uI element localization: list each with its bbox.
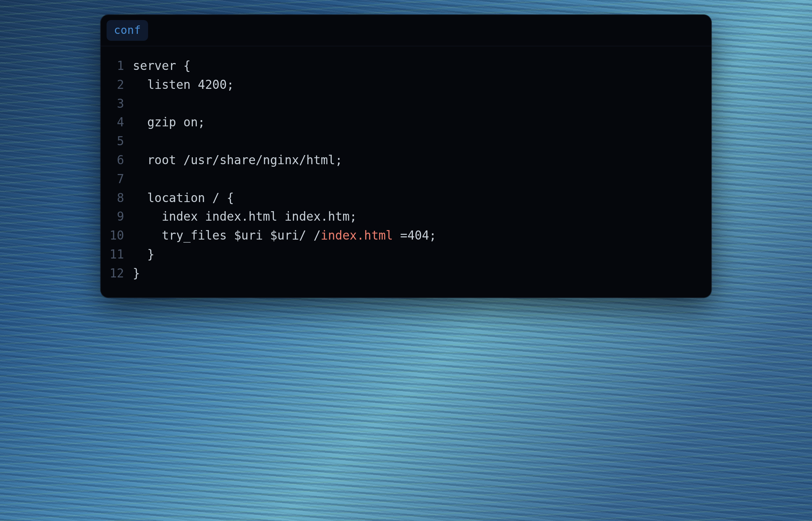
code-line[interactable]: 4 gzip on;: [110, 113, 702, 132]
code-line[interactable]: 12}: [110, 264, 702, 283]
line-number: 1: [110, 56, 133, 75]
line-number: 4: [110, 113, 133, 132]
line-content[interactable]: listen 4200;: [133, 75, 702, 94]
line-number: 11: [110, 245, 133, 264]
code-area[interactable]: 1server {2 listen 4200;34 gzip on;56 roo…: [101, 46, 711, 297]
line-content[interactable]: }: [133, 264, 702, 283]
code-line[interactable]: 3: [110, 94, 702, 113]
line-number: 9: [110, 207, 133, 226]
code-line[interactable]: 11 }: [110, 245, 702, 264]
line-content[interactable]: gzip on;: [133, 113, 702, 132]
line-content[interactable]: }: [133, 245, 702, 264]
line-number: 5: [110, 132, 133, 151]
line-content[interactable]: [133, 170, 702, 189]
highlighted-token: index.html: [321, 228, 393, 242]
code-editor-window: conf 1server {2 listen 4200;34 gzip on;5…: [100, 15, 712, 298]
line-content[interactable]: [133, 132, 702, 151]
line-number: 12: [110, 264, 133, 283]
line-content[interactable]: location / {: [133, 189, 702, 208]
line-number: 7: [110, 170, 133, 189]
code-line[interactable]: 1server {: [110, 56, 702, 75]
code-line[interactable]: 10 try_files $uri $uri/ /index.html =404…: [110, 226, 702, 245]
line-content[interactable]: [133, 94, 702, 113]
line-content[interactable]: index index.html index.htm;: [133, 207, 702, 226]
language-badge[interactable]: conf: [107, 20, 148, 41]
code-line[interactable]: 9 index index.html index.htm;: [110, 207, 702, 226]
code-line[interactable]: 6 root /usr/share/nginx/html;: [110, 151, 702, 170]
line-content[interactable]: try_files $uri $uri/ /index.html =404;: [133, 226, 702, 245]
line-number: 3: [110, 94, 133, 113]
line-number: 6: [110, 151, 133, 170]
line-number: 8: [110, 189, 133, 208]
code-line[interactable]: 2 listen 4200;: [110, 75, 702, 94]
line-content[interactable]: server {: [133, 56, 702, 75]
code-line[interactable]: 5: [110, 132, 702, 151]
code-line[interactable]: 7: [110, 170, 702, 189]
line-number: 10: [110, 226, 133, 245]
line-number: 2: [110, 75, 133, 94]
editor-header: conf: [101, 15, 711, 46]
code-line[interactable]: 8 location / {: [110, 189, 702, 208]
line-content[interactable]: root /usr/share/nginx/html;: [133, 151, 702, 170]
